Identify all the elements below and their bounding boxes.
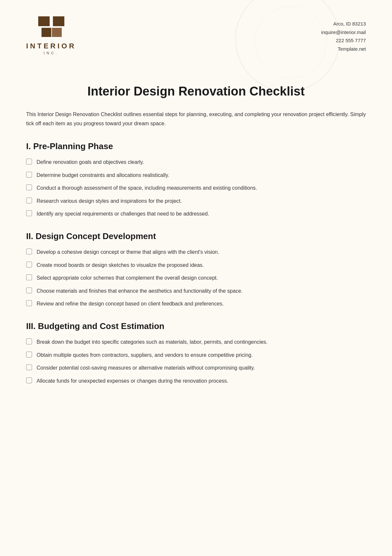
intro-paragraph: This Interior Design Renovation Checklis… [26,110,366,128]
list-item: Obtain multiple quotes from contractors,… [26,351,366,359]
item-text: Define renovation goals and objectives c… [37,158,144,166]
list-item: Conduct a thorough assessment of the spa… [26,184,366,192]
svg-rect-1 [53,16,64,26]
item-text: Select appropriate color schemes that co… [37,274,218,282]
list-item: Create mood boards or design sketches to… [26,261,366,269]
contact-address: Arco, ID 83213 [321,20,366,28]
list-item: Allocate funds for unexpected expenses o… [26,377,366,385]
list-item: Develop a cohesive design concept or the… [26,248,366,256]
header: INTERIOR INC. Arco, ID 83213 inquire@int… [0,0,392,65]
item-text: Determine budget constraints and allocat… [37,171,169,180]
checkbox[interactable] [26,339,32,344]
list-item: Determine budget constraints and allocat… [26,171,366,180]
section-2-title: II. Design Concept Development [26,231,366,241]
item-text: Develop a cohesive design concept or the… [37,248,219,256]
item-text: Research various design styles and inspi… [37,197,182,205]
contact-email: inquire@interior.mail [321,28,366,37]
main-title: Interior Design Renovation Checklist [26,84,366,98]
checkbox[interactable] [26,172,32,178]
checkbox[interactable] [26,287,32,293]
list-item: Research various design styles and inspi… [26,197,366,205]
item-text: Conduct a thorough assessment of the spa… [37,184,257,192]
section-1-title: I. Pre-Planning Phase [26,141,366,151]
list-item: Break down the budget into specific cate… [26,338,366,346]
section-3-title: III. Budgeting and Cost Estimation [26,321,366,331]
item-text: Allocate funds for unexpected expenses o… [37,377,228,385]
logo-icon [38,16,64,39]
list-item: Identify any special requirements or cha… [26,210,366,218]
svg-rect-3 [52,28,62,37]
list-item: Define renovation goals and objectives c… [26,158,366,166]
checkbox[interactable] [26,352,32,357]
logo-text: INTERIOR [26,42,76,50]
checkbox[interactable] [26,184,32,190]
checkbox[interactable] [26,249,32,254]
contact-website: Template.net [321,45,366,53]
list-item: Consider potential cost-saving measures … [26,364,366,372]
item-text: Review and refine the design concept bas… [37,300,224,308]
item-text: Consider potential cost-saving measures … [37,364,255,372]
logo-area: INTERIOR INC. [26,16,76,55]
section-3-checklist: Break down the budget into specific cate… [26,338,366,385]
item-text: Choose materials and finishes that enhan… [37,287,243,295]
contact-info: Arco, ID 83213 inquire@interior.mail 222… [321,16,366,53]
checkbox[interactable] [26,210,32,216]
item-text: Identify any special requirements or cha… [37,210,209,218]
section-1-checklist: Define renovation goals and objectives c… [26,158,366,218]
svg-rect-0 [38,16,50,26]
checkbox[interactable] [26,159,32,165]
section-2-checklist: Develop a cohesive design concept or the… [26,248,366,308]
checkbox[interactable] [26,377,32,383]
item-text: Obtain multiple quotes from contractors,… [37,351,253,359]
list-item: Select appropriate color schemes that co… [26,274,366,282]
main-content: Interior Design Renovation Checklist Thi… [0,65,392,418]
checkbox[interactable] [26,262,32,268]
page: INTERIOR INC. Arco, ID 83213 inquire@int… [0,0,392,556]
checkbox[interactable] [26,300,32,306]
list-item: Review and refine the design concept bas… [26,300,366,308]
item-text: Break down the budget into specific cate… [37,338,268,346]
svg-rect-2 [41,28,51,37]
logo-sub: INC. [44,51,59,55]
checkbox[interactable] [26,274,32,280]
checkbox[interactable] [26,198,32,203]
item-text: Create mood boards or design sketches to… [37,261,204,269]
checkbox[interactable] [26,364,32,370]
list-item: Choose materials and finishes that enhan… [26,287,366,295]
contact-phone: 222 555 7777 [321,36,366,45]
